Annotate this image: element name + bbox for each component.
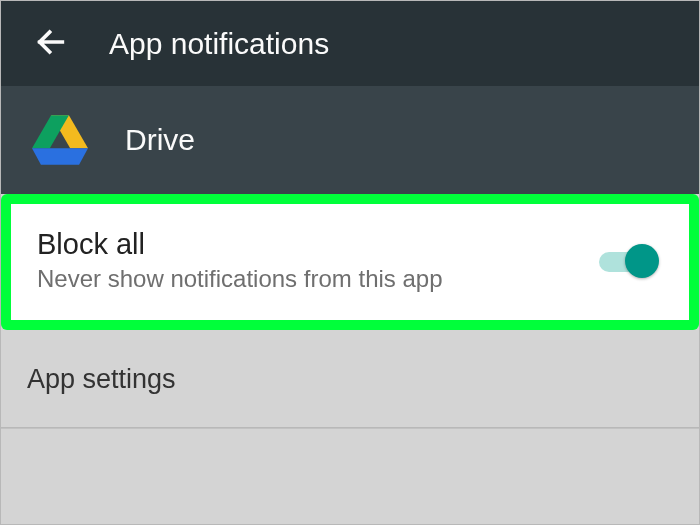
page-title: App notifications [109, 27, 329, 61]
drive-icon [29, 109, 91, 171]
divider [1, 428, 699, 429]
appbar: App notifications [1, 1, 699, 86]
svg-marker-2 [32, 148, 88, 165]
block-all-switch[interactable] [599, 243, 663, 279]
app-settings-title: App settings [27, 364, 673, 395]
block-all-text: Block all Never show notifications from … [37, 228, 579, 294]
screen: App notifications Drive Block all Never … [0, 0, 700, 525]
app-name: Drive [125, 123, 195, 157]
back-arrow-icon [34, 25, 68, 63]
highlight-box: Block all Never show notifications from … [1, 194, 699, 330]
block-all-subtitle: Never show notifications from this app [37, 263, 457, 294]
block-all-row[interactable]: Block all Never show notifications from … [11, 204, 689, 320]
block-all-title: Block all [37, 228, 579, 261]
app-header: Drive [1, 86, 699, 194]
switch-thumb [625, 244, 659, 278]
back-button[interactable] [29, 22, 73, 66]
app-settings-row[interactable]: App settings [1, 330, 699, 428]
